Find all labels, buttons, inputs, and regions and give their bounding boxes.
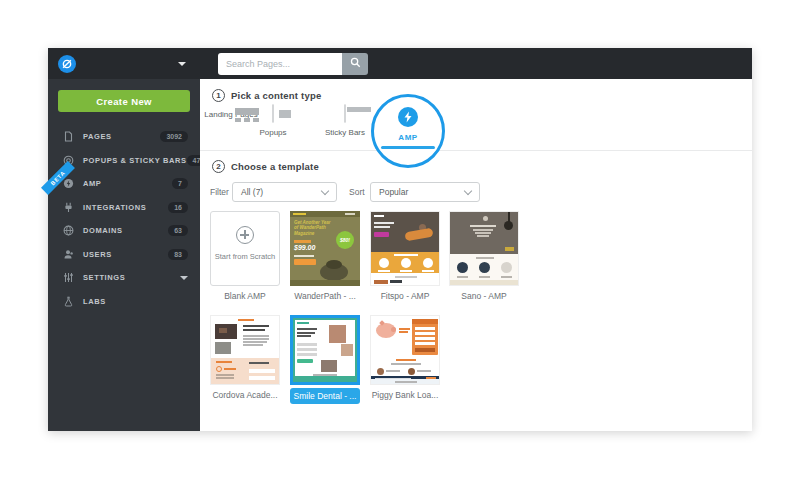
thumb-art <box>476 257 494 259</box>
chevron-down-icon <box>321 186 329 194</box>
sort-value: Popular <box>379 187 408 197</box>
thumb-art <box>412 319 438 324</box>
amp-icon <box>62 178 74 190</box>
sidebar-item-label: AMP <box>83 179 101 188</box>
thumb-art <box>415 332 435 335</box>
template-card-sano[interactable]: Sano - AMP <box>449 211 519 301</box>
sidebar-item-pages[interactable]: PAGES 3092 <box>48 125 200 149</box>
count-badge: 63 <box>168 225 188 236</box>
template-card-blank-amp[interactable]: Start from Scratch Blank AMP <box>210 211 280 301</box>
sidebar-item-settings[interactable]: SETTINGS <box>48 266 200 290</box>
template-thumbnail[interactable]: Get Another Year of WanderPath Magazine … <box>290 211 360 286</box>
integrations-icon <box>62 201 74 213</box>
template-thumbnail[interactable] <box>370 315 440 385</box>
thumb-art <box>374 215 384 217</box>
content-type-amp[interactable]: AMP <box>378 105 438 142</box>
sidebar-item-domains[interactable]: DOMAINS 63 <box>48 219 200 243</box>
thumb-art <box>401 258 411 268</box>
count-badge: 83 <box>168 249 188 260</box>
thumb-art <box>243 338 269 340</box>
template-card-smile-dental[interactable]: Smile Dental - ... <box>290 315 360 404</box>
thumb-art <box>374 226 390 228</box>
thumb-price: $99.00 <box>294 244 315 251</box>
thumb-art <box>422 270 434 272</box>
thumb-art <box>399 331 408 333</box>
template-thumbnail[interactable] <box>449 211 519 286</box>
sort-select[interactable]: Popular <box>370 182 480 202</box>
thumb-art <box>457 276 468 278</box>
step1-header: 1 Pick a content type <box>212 89 321 102</box>
template-card-cordova[interactable]: Cordova Acade... <box>210 315 280 400</box>
step2-title: Choose a template <box>231 161 319 172</box>
content-type-sticky-bars[interactable]: Sticky Bars <box>315 105 375 137</box>
content-type-label: Popups <box>243 128 303 137</box>
sidebar-menu: PAGES 3092 POPUPS & STICKY BARS 472 AMP … <box>48 125 200 313</box>
search-button[interactable] <box>342 53 368 75</box>
thumb-art <box>394 254 418 256</box>
thumb-art <box>249 369 275 373</box>
sidebar-item-amp[interactable]: AMP 7 <box>48 172 200 196</box>
step1-number: 1 <box>212 89 225 102</box>
sidebar-item-label: SETTINGS <box>83 273 125 282</box>
content-type-label: Sticky Bars <box>315 128 375 137</box>
thumb-art <box>374 232 389 237</box>
amp-active-underline <box>381 146 435 149</box>
thumb-art <box>294 255 314 257</box>
chevron-down-icon[interactable] <box>178 62 186 66</box>
thumb-art <box>297 332 315 334</box>
thumb-art <box>243 325 269 327</box>
top-bar <box>48 48 752 79</box>
template-thumbnail[interactable] <box>370 211 440 286</box>
sidebar-item-labs[interactable]: LABS <box>48 290 200 314</box>
template-thumbnail[interactable] <box>210 315 280 385</box>
thumb-art <box>395 276 417 278</box>
sidebar-item-users[interactable]: USERS 83 <box>48 243 200 267</box>
thumb-art <box>243 329 265 331</box>
thumb-art <box>379 258 389 268</box>
thumb-art <box>391 363 421 365</box>
thumb-art <box>294 240 311 243</box>
thumb-art <box>479 276 490 278</box>
thumb-art <box>408 368 415 375</box>
step2-header: 2 Choose a template <box>212 160 319 173</box>
thumb-art <box>415 348 435 352</box>
thumb-art <box>479 262 490 273</box>
template-thumbnail[interactable]: Start from Scratch <box>210 211 280 286</box>
chevron-down-icon <box>180 276 188 280</box>
thumb-art <box>473 229 493 231</box>
template-label-selected: Smile Dental - ... <box>290 388 360 404</box>
sidebar-item-label: PAGES <box>83 132 112 141</box>
thumb-art <box>377 368 384 375</box>
thumb-art <box>297 359 313 363</box>
template-card-wanderpath[interactable]: Get Another Year of WanderPath Magazine … <box>290 211 360 301</box>
search-input[interactable] <box>218 53 342 75</box>
amp-bolt-icon <box>398 107 418 127</box>
thumb-art <box>501 262 512 273</box>
popups-type-icon <box>272 104 274 123</box>
thumb-art <box>326 260 342 269</box>
thumb-art <box>297 335 311 337</box>
create-new-button[interactable]: Create New <box>58 90 190 112</box>
count-badge: 3092 <box>160 131 188 142</box>
filter-select[interactable]: All (7) <box>232 182 337 202</box>
template-card-piggy-bank[interactable]: Piggy Bank Loa... <box>370 315 440 400</box>
app-window: BETA Create New PAGES 3092 POPUPS & STIC… <box>48 48 752 431</box>
filter-sort-row: Filter All (7) Sort Popular <box>200 182 752 202</box>
search-bar <box>218 53 368 75</box>
thumb-art <box>417 370 431 372</box>
thumb-art <box>249 362 269 364</box>
sticky-bars-icon <box>344 104 346 123</box>
main-content: 1 Pick a content type Landing Pages Popu… <box>200 79 752 431</box>
template-thumbnail[interactable] <box>290 315 360 385</box>
thumb-art <box>415 342 435 345</box>
thumb-art <box>329 325 346 343</box>
content-type-popups[interactable]: Popups <box>243 105 303 137</box>
sidebar-item-integrations[interactable]: INTEGRATIONS 16 <box>48 196 200 220</box>
thumb-art <box>390 280 402 283</box>
account-menu[interactable] <box>48 48 200 79</box>
template-card-fitspo[interactable]: Fitspo - AMP <box>370 211 440 301</box>
thumb-art <box>219 328 227 333</box>
thumb-art <box>395 381 417 383</box>
thumb-art <box>341 344 353 356</box>
thumb-badge: $80! <box>336 231 354 249</box>
